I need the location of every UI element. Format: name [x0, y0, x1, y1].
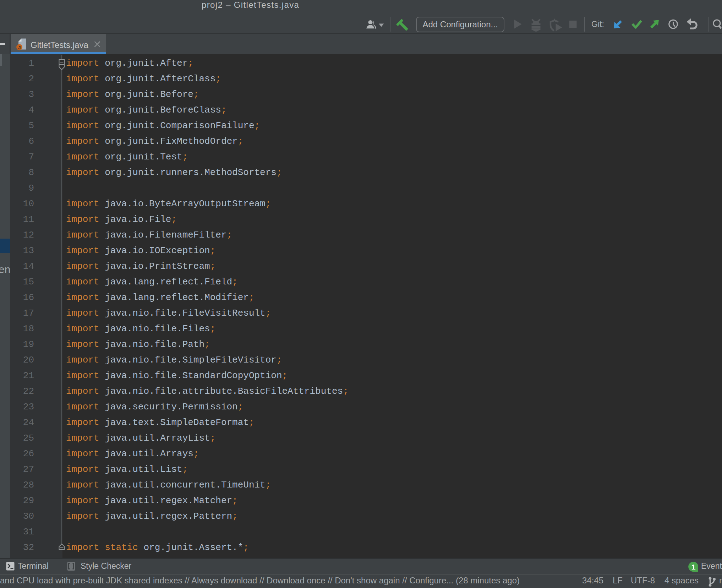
- svg-text:J: J: [18, 45, 21, 50]
- svg-text:1: 1: [691, 563, 696, 571]
